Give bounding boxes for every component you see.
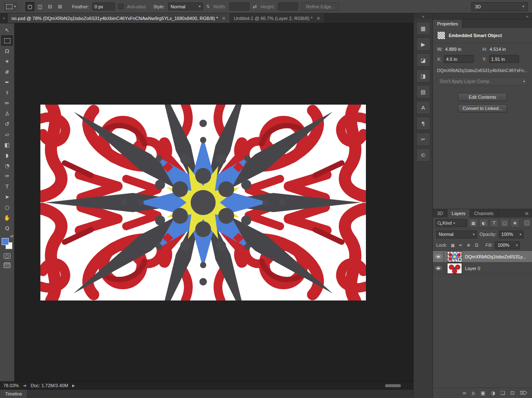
document-tab[interactable]: no.psd @ 78% (DQmXRbN2q1tsboZo6S31y4bXbi… <box>8 13 230 23</box>
layer-row[interactable]: Layer 0 <box>433 263 532 274</box>
x-input[interactable] <box>444 55 474 63</box>
dimensions-grid: W: 4.889 in H: 4.514 in X: Y: <box>433 43 532 64</box>
edit-contents-button[interactable]: Edit Contents <box>458 93 507 101</box>
tab-layers[interactable]: Layers <box>447 209 470 218</box>
filter-pixel-layers-icon[interactable]: ▦ <box>469 219 478 227</box>
delete-layer-icon[interactable]: ⌦ <box>520 390 527 395</box>
swap-width-height-icon[interactable]: ⇄ <box>253 4 257 10</box>
new-layer-icon[interactable]: ⊡ <box>510 390 515 395</box>
quick-selection-tool[interactable]: ✶ <box>1 56 13 67</box>
zoom-tool[interactable]: Q <box>1 223 13 233</box>
tab-3d[interactable]: 3D <box>433 209 447 218</box>
adjustment-layer-icon[interactable]: ◑ <box>491 390 495 395</box>
tab-overflow-icon[interactable]: » <box>0 13 8 23</box>
filter-adjustment-layers-icon[interactable]: ◐ <box>479 219 488 227</box>
styles-panel-icon[interactable]: ◨ <box>416 69 430 83</box>
tool-preset-picker[interactable]: ▾ <box>4 3 18 10</box>
actions-panel-icon[interactable]: ✂ <box>416 133 430 146</box>
collapse-dock-button[interactable]: « <box>414 13 433 19</box>
dodge-tool[interactable]: ◔ <box>1 160 13 171</box>
layer-comp-select[interactable]: Don't Apply Layer Comp ▾ <box>437 77 528 85</box>
horizontal-scrollbar[interactable] <box>385 384 401 387</box>
clone-stamp-tool[interactable]: ♙ <box>1 108 13 119</box>
lasso-tool[interactable]: Ω <box>1 46 13 56</box>
document-tab[interactable]: Untitled-1 @ 66.7% (Layer 2, RGB/8) *× <box>230 13 325 23</box>
blur-tool[interactable]: ◗ <box>1 150 13 160</box>
color-swatches[interactable]: ⇄ <box>2 237 12 248</box>
zoom-level[interactable]: 78.03% <box>3 383 19 388</box>
swap-colors-icon[interactable]: ⇄ <box>10 234 13 238</box>
layer-thumbnail[interactable]: ▣ <box>447 251 462 262</box>
intersect-selection-mode[interactable]: ⊞ <box>55 2 65 11</box>
eyedropper-tool[interactable]: ✒ <box>1 77 13 88</box>
panel-menu-icon[interactable]: ≡ <box>522 209 532 218</box>
new-selection-mode[interactable]: ▢ <box>25 2 35 11</box>
link-layers-icon[interactable]: ∞ <box>462 390 466 395</box>
feather-input[interactable] <box>92 3 115 10</box>
new-group-icon[interactable]: ❏ <box>500 390 505 395</box>
subtract-selection-mode[interactable]: ⊟ <box>45 2 55 11</box>
filter-toggle[interactable] <box>525 220 530 225</box>
fill-input[interactable]: 100% ▾ <box>495 241 520 249</box>
add-selection-mode[interactable]: ◫ <box>35 2 45 11</box>
tab-close-icon[interactable]: × <box>222 15 226 21</box>
pen-tool[interactable]: ✑ <box>1 171 13 181</box>
tab-properties[interactable]: Properties <box>433 20 462 28</box>
hand-tool[interactable]: ✋ <box>1 213 13 223</box>
anti-alias-checkbox[interactable] <box>118 4 124 9</box>
rectangular-marquee-tool-icon <box>4 38 10 43</box>
dock-header[interactable]: « <box>433 13 532 20</box>
refine-edge-button[interactable]: Refine Edge... <box>301 3 340 11</box>
layer-effects-icon[interactable]: fx <box>472 391 475 395</box>
lock-all-icon[interactable]: Ω <box>473 242 480 248</box>
width-input[interactable] <box>229 3 249 10</box>
visibility-toggle[interactable] <box>433 263 444 274</box>
adjustments-panel-icon[interactable]: ◪ <box>416 53 430 67</box>
style-select[interactable]: Normal ▾ <box>168 3 203 10</box>
visibility-toggle[interactable] <box>433 251 444 262</box>
foreground-color-swatch[interactable] <box>2 238 9 245</box>
height-input[interactable] <box>278 3 298 10</box>
stepper-icon[interactable]: ⇅ <box>206 4 210 9</box>
crop-tool[interactable]: # <box>1 67 13 77</box>
history-brush-tool[interactable]: ↺ <box>1 119 13 129</box>
lock-pixels-icon[interactable]: ✏ <box>457 242 464 248</box>
add-mask-icon[interactable]: ▣ <box>480 390 485 395</box>
gradient-tool[interactable]: ◧ <box>1 140 13 150</box>
eraser-tool[interactable]: ▱ <box>1 129 13 140</box>
quick-mask-button[interactable] <box>4 253 10 259</box>
layer-row[interactable]: ▣DQmXRbN2q1tsboZo6S31y... <box>433 251 532 263</box>
layer-thumbnail[interactable] <box>447 263 462 274</box>
workspace-selector[interactable]: 3D ▾ <box>471 2 528 11</box>
screen-mode-button[interactable] <box>4 263 10 268</box>
ellipse-tool[interactable]: ○ <box>1 202 13 213</box>
clone-source-panel-icon[interactable]: © <box>416 148 430 162</box>
3d-panel-icon[interactable]: ▶ <box>416 38 430 51</box>
layer-comps-panel-icon[interactable]: ▤ <box>416 85 430 98</box>
filter-kind-select[interactable]: Kind ▾ <box>435 219 467 227</box>
convert-to-linked-button[interactable]: Convert to Linked... <box>458 104 507 113</box>
tab-timeline[interactable]: Timeline <box>0 390 27 398</box>
paragraph-panel-icon[interactable]: ¶ <box>416 117 430 130</box>
type-tool[interactable]: T <box>1 181 13 192</box>
filter-shape-layers-icon[interactable]: ▢ <box>500 219 509 227</box>
opacity-input[interactable]: 100% ▾ <box>499 230 524 238</box>
histogram-panel-icon[interactable]: ▦ <box>416 22 430 35</box>
character-panel-icon[interactable]: A <box>416 101 430 114</box>
move-tool[interactable]: ↖ <box>1 25 13 35</box>
canvas-pasteboard[interactable] <box>15 23 413 381</box>
path-selection-tool[interactable]: ➤ <box>1 192 13 202</box>
spot-healing-brush-tool[interactable]: ⚕ <box>1 88 13 98</box>
lock-position-icon[interactable]: ✜ <box>465 242 472 248</box>
tab-close-icon[interactable]: × <box>316 15 321 21</box>
status-menu-icon[interactable]: ▶ <box>72 384 75 388</box>
blend-mode-select[interactable]: Normal ▾ <box>436 230 477 238</box>
filter-smart-objects-icon[interactable]: ❖ <box>510 219 520 227</box>
canvas-image[interactable] <box>40 105 366 300</box>
y-input[interactable] <box>489 55 519 63</box>
filter-type-layers-icon[interactable]: T <box>490 219 499 227</box>
brush-tool[interactable]: ✏ <box>1 98 13 108</box>
lock-transparency-icon[interactable]: ▦ <box>450 242 456 248</box>
rectangular-marquee-tool[interactable] <box>1 35 13 46</box>
tab-channels[interactable]: Channels <box>470 209 498 218</box>
